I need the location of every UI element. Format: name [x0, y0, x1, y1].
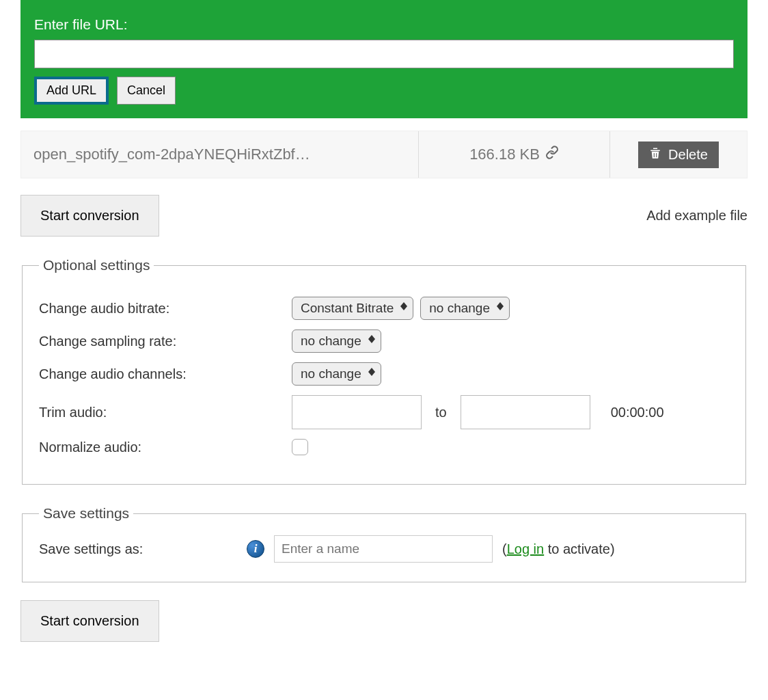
trim-duration: 00:00:00 — [611, 405, 664, 420]
link-icon — [545, 146, 559, 163]
optional-settings-legend: Optional settings — [39, 257, 154, 273]
normalize-checkbox[interactable] — [292, 439, 308, 455]
cancel-button[interactable]: Cancel — [117, 77, 176, 105]
enter-url-panel: Enter file URL: Add URL Cancel — [20, 3, 748, 118]
normalize-label: Normalize audio: — [39, 440, 292, 455]
login-hint: (Log in to activate) — [502, 541, 615, 557]
file-name: open_spotify_com-2dpaYNEQHiRxtZbf… — [21, 131, 419, 178]
delete-button[interactable]: Delete — [638, 142, 719, 168]
sampling-label: Change sampling rate: — [39, 334, 292, 349]
channels-label: Change audio channels: — [39, 366, 292, 382]
save-settings-fieldset: Save settings Save settings as: i (Log i… — [22, 505, 746, 582]
bitrate-label: Change audio bitrate: — [39, 301, 292, 317]
info-icon[interactable]: i — [247, 540, 264, 558]
add-example-file-link[interactable]: Add example file — [646, 208, 748, 224]
bitrate-mode-select[interactable]: Constant Bitrate — [292, 297, 413, 320]
trash-icon — [649, 147, 661, 163]
start-conversion-button-top[interactable]: Start conversion — [20, 195, 159, 237]
trim-to-input[interactable] — [461, 395, 590, 429]
optional-settings-fieldset: Optional settings Change audio bitrate: … — [22, 257, 746, 485]
trim-from-input[interactable] — [292, 395, 422, 429]
save-settings-label: Save settings as: — [39, 541, 237, 557]
bitrate-value-select[interactable]: no change — [420, 297, 510, 320]
delete-label: Delete — [668, 147, 708, 163]
save-settings-legend: Save settings — [39, 505, 133, 522]
channels-select[interactable]: no change — [292, 362, 381, 386]
url-input[interactable] — [34, 40, 734, 68]
login-link[interactable]: Log in — [507, 541, 545, 556]
start-conversion-button-bottom[interactable]: Start conversion — [20, 600, 159, 642]
sampling-select[interactable]: no change — [292, 329, 381, 353]
file-size: 166.18 KB — [469, 146, 540, 163]
enter-url-label: Enter file URL: — [34, 16, 734, 33]
save-settings-input[interactable] — [274, 535, 493, 563]
file-row: open_spotify_com-2dpaYNEQHiRxtZbf… 166.1… — [20, 131, 748, 178]
file-size-cell: 166.18 KB — [419, 131, 610, 178]
add-url-button[interactable]: Add URL — [34, 77, 109, 105]
trim-to-text: to — [435, 405, 447, 420]
trim-label: Trim audio: — [39, 405, 292, 420]
